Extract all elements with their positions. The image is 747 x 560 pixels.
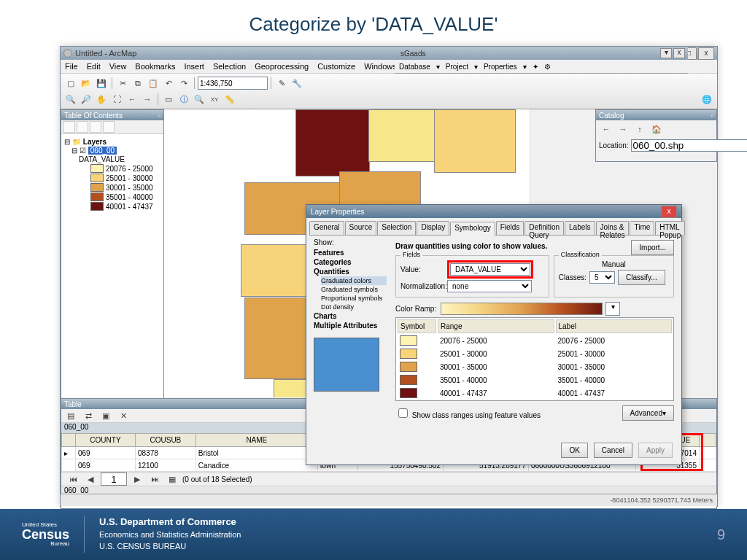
open-icon[interactable]: 📂	[79, 76, 93, 90]
sg-icon[interactable]: ✦	[533, 63, 538, 71]
col-symbol[interactable]: Symbol	[398, 319, 436, 333]
paste-icon[interactable]: 📋	[146, 76, 160, 90]
tab-source[interactable]: Source	[345, 221, 377, 235]
save-icon[interactable]: 💾	[94, 76, 109, 90]
sg-project[interactable]: Project	[446, 63, 468, 71]
opt-multi[interactable]: Multiple Attributes	[314, 321, 387, 330]
dialog-close-icon[interactable]: x	[661, 206, 677, 218]
opt-charts[interactable]: Charts	[314, 311, 387, 321]
tab-fields[interactable]: Fields	[496, 221, 525, 235]
measure-icon[interactable]: 📏	[222, 92, 237, 106]
nav-first-icon[interactable]: ⏮	[66, 472, 80, 486]
opt-categories[interactable]: Categories	[314, 257, 387, 267]
table-related-icon[interactable]: ⇄	[81, 408, 96, 423]
table-options-icon[interactable]: ▤	[63, 408, 78, 423]
ok-button[interactable]: OK	[561, 443, 587, 458]
zoom-in-icon[interactable]: 🔍	[63, 92, 78, 106]
tab-general[interactable]: General	[309, 221, 344, 235]
scale-input[interactable]	[198, 77, 268, 90]
tab-html[interactable]: HTML Popup	[655, 221, 685, 235]
tab-time[interactable]: Time	[630, 221, 654, 235]
nav-show-all-icon[interactable]: ▦	[165, 472, 179, 486]
opt-dot[interactable]: Dot density	[321, 303, 387, 311]
opt-grad-symbols[interactable]: Graduated symbols	[321, 285, 387, 294]
cat-fwd-icon[interactable]: →	[616, 122, 630, 136]
cat-back-icon[interactable]: ←	[599, 122, 614, 136]
table-clear-icon[interactable]: ✕	[116, 408, 131, 423]
table-select-icon[interactable]: ▣	[98, 408, 113, 423]
select-icon[interactable]: ▭	[161, 92, 176, 106]
nav-last-icon[interactable]: ⏭	[147, 472, 162, 486]
sg-icon[interactable]: ⚙	[544, 63, 551, 71]
menu-insert[interactable]: Insert	[184, 62, 204, 71]
full-extent-icon[interactable]: ⛶	[109, 92, 124, 106]
back-icon[interactable]: ←	[125, 92, 139, 106]
advanced-button[interactable]: Advanced ▾	[622, 405, 674, 421]
menu-bookmarks[interactable]: Bookmarks	[135, 62, 175, 71]
sym-row[interactable]: 30001 - 3500030001 - 35000	[398, 361, 672, 373]
toolbox-icon[interactable]: 🔧	[290, 76, 304, 90]
nav-page-input[interactable]	[101, 472, 127, 486]
toc-sel-icon[interactable]	[103, 121, 115, 133]
tab-selection[interactable]: Selection	[377, 221, 416, 235]
pan-icon[interactable]: ✋	[94, 92, 109, 106]
toc-source-icon[interactable]	[77, 121, 88, 133]
menu-edit[interactable]: Edit	[87, 62, 101, 71]
sg-database[interactable]: Database	[399, 63, 430, 71]
cancel-button[interactable]: Cancel	[594, 443, 632, 458]
sg-properties[interactable]: Properties	[484, 63, 517, 71]
tab-labels[interactable]: Labels	[565, 221, 595, 235]
menu-windows[interactable]: Windows	[364, 62, 397, 71]
menu-geoprocessing[interactable]: Geoprocessing	[255, 62, 309, 71]
opt-features[interactable]: Features	[314, 248, 387, 257]
toc-layer[interactable]: ⊟ ☑ 060_00	[71, 147, 160, 155]
find-icon[interactable]: 🔍	[192, 92, 206, 106]
toc-root[interactable]: ⊟ 📁 Layers	[64, 138, 160, 146]
show-ranges-checkbox[interactable]: Show class ranges using feature values	[395, 406, 541, 420]
toc-list-icon[interactable]	[63, 121, 75, 133]
zoom-out-icon[interactable]: 🔎	[79, 92, 93, 106]
cat-home-icon[interactable]: 🏠	[649, 122, 664, 136]
copy-icon[interactable]: ⧉	[131, 76, 145, 90]
opt-quantities[interactable]: Quantities	[314, 267, 387, 276]
apply-button[interactable]: Apply	[638, 443, 673, 458]
classes-select[interactable]: 5	[589, 271, 615, 284]
catalog-pin-icon[interactable]: ▫	[711, 112, 713, 120]
sym-row[interactable]: 35001 - 4000035001 - 40000	[398, 374, 672, 386]
close-button[interactable]: x	[698, 47, 714, 60]
col-county[interactable]: COUNTY	[76, 434, 136, 447]
undo-icon[interactable]: ↶	[161, 76, 176, 90]
menu-customize[interactable]: Customize	[317, 62, 355, 71]
redo-icon[interactable]: ↷	[177, 76, 191, 90]
col-range[interactable]: Range	[438, 319, 554, 333]
norm-select[interactable]: none	[447, 280, 532, 292]
tab-display[interactable]: Display	[417, 221, 449, 235]
location-input[interactable]	[631, 139, 747, 152]
globe-icon[interactable]: 🌐	[700, 92, 714, 106]
nav-prev-icon[interactable]: ◀	[83, 472, 98, 486]
menu-selection[interactable]: Selection	[213, 62, 246, 71]
color-ramp[interactable]	[441, 303, 603, 315]
ramp-dropdown-icon[interactable]: ▾	[605, 302, 620, 316]
opt-prop-symbols[interactable]: Proportional symbols	[321, 294, 387, 303]
sym-row[interactable]: 40001 - 4743740001 - 47437	[398, 387, 672, 399]
sym-row[interactable]: 25001 - 3000025001 - 30000	[398, 348, 672, 359]
tab-symbology[interactable]: Symbology	[450, 222, 495, 236]
sg-pin-icon[interactable]: ▾	[660, 48, 672, 58]
toc-vis-icon[interactable]	[90, 121, 101, 133]
value-select[interactable]: DATA_VALUE	[450, 263, 530, 276]
nav-next-icon[interactable]: ▶	[130, 472, 144, 486]
tab-defquery[interactable]: Definition Query	[525, 221, 564, 235]
sym-row[interactable]: 20076 - 2500020076 - 25000	[398, 335, 672, 346]
col-name[interactable]: NAME	[196, 434, 317, 447]
new-icon[interactable]: ▢	[63, 76, 78, 90]
forward-icon[interactable]: →	[140, 92, 155, 106]
editor-toolbar-icon[interactable]: ✎	[274, 76, 289, 90]
sg-close-icon[interactable]: x	[673, 48, 685, 58]
cat-up-icon[interactable]: ↑	[632, 122, 647, 136]
opt-grad-colors[interactable]: Graduated colors	[321, 276, 387, 285]
classify-button[interactable]: Classify...	[618, 270, 665, 285]
menu-view[interactable]: View	[109, 62, 127, 71]
tab-joins[interactable]: Joins & Relates	[596, 221, 630, 235]
col-label[interactable]: Label	[556, 319, 673, 333]
